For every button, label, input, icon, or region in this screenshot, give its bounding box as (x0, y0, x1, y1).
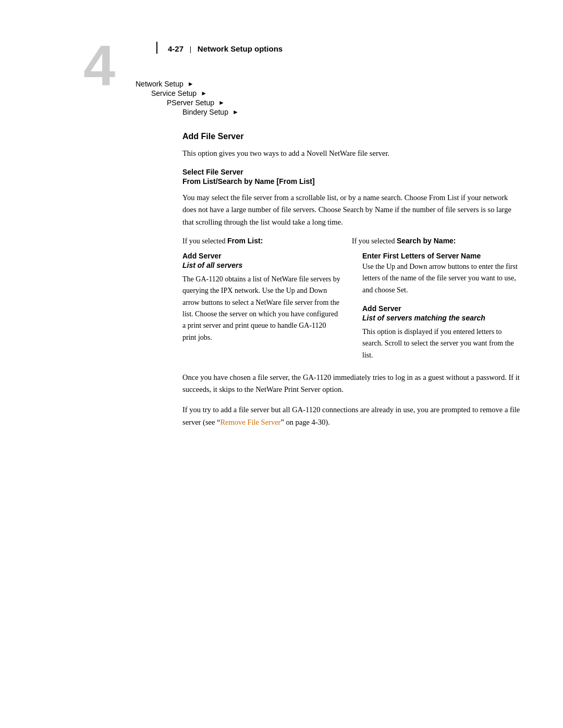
chapter-number: 4 (83, 36, 115, 94)
add-file-server-title: Add File Server (182, 132, 521, 141)
bottom-para-1: Once you have chosen a file server, the … (182, 372, 521, 396)
bottom-para-2: If you try to add a file server but all … (182, 404, 521, 428)
nav-item-pserver-setup-label: PServer Setup (167, 98, 214, 107)
intro-text: This option gives you two ways to add a … (182, 147, 521, 159)
header-area: 4 4-27 | Network Setup options (104, 42, 563, 54)
right-col-body1: Use the Up and Down arrow buttons to ent… (362, 261, 521, 296)
col-label-right-prefix: If you selected (352, 237, 397, 245)
col-left: Add Server List of all servers The GA-11… (182, 252, 341, 361)
left-col-body: The GA-1120 obtains a list of NetWare fi… (182, 274, 341, 343)
nav-arrow-4: ► (232, 108, 239, 116)
col-label-left-prefix: If you selected (182, 237, 227, 245)
col-label-left: If you selected From List: (182, 237, 352, 245)
page-number: 4-27 (168, 44, 183, 53)
nav-arrow-3: ► (218, 99, 225, 107)
list-all-servers-subtitle: List of all servers (182, 261, 341, 269)
two-col-labels: If you selected From List: If you select… (182, 237, 521, 245)
page-container: 4 4-27 | Network Setup options Network S… (0, 0, 563, 728)
right-col-body2: This option is displayed if you entered … (362, 326, 521, 361)
remove-file-server-link[interactable]: Remove File Server (220, 418, 280, 426)
nav-item-bindery-setup-label: Bindery Setup (182, 108, 228, 116)
nav-item-network-setup: Network Setup ► (136, 80, 563, 88)
select-file-server-title: Select File Server (182, 168, 521, 176)
select-file-server-subtitle: From List/Search by Name [From List] (182, 177, 521, 186)
nav-item-network-setup-label: Network Setup (136, 80, 183, 88)
bottom-para-2-suffix: ” on page 4-30). (280, 418, 329, 426)
nav-arrow-2: ► (201, 90, 207, 97)
content-area: Add File Server This option gives you tw… (182, 132, 521, 428)
enter-first-letters-title: Enter First Letters of Server Name (362, 252, 521, 260)
add-server-left-title: Add Server (182, 252, 341, 260)
add-server-right-title: Add Server (362, 304, 521, 313)
col-label-right-bold: Search by Name: (397, 237, 456, 245)
list-servers-matching-subtitle: List of servers matching the search (362, 314, 521, 322)
header-right: 4-27 | Network Setup options (156, 42, 283, 54)
nav-item-pserver-setup: PServer Setup ► (167, 98, 563, 107)
select-body-text: You may select the file server from a sc… (182, 192, 521, 228)
col-right: Enter First Letters of Server Name Use t… (362, 252, 521, 361)
nav-item-service-setup: Service Setup ► (151, 89, 563, 97)
col-label-right: If you selected Search by Name: (352, 237, 521, 245)
nav-item-bindery-setup: Bindery Setup ► (182, 108, 563, 116)
nav-item-service-setup-label: Service Setup (151, 89, 197, 97)
two-col-content: Add Server List of all servers The GA-11… (182, 252, 521, 361)
nav-arrow-1: ► (188, 80, 194, 88)
nav-section: Network Setup ► Service Setup ► PServer … (68, 80, 563, 116)
header-title: Network Setup options (198, 44, 283, 53)
col-label-left-bold: From List: (227, 237, 263, 245)
